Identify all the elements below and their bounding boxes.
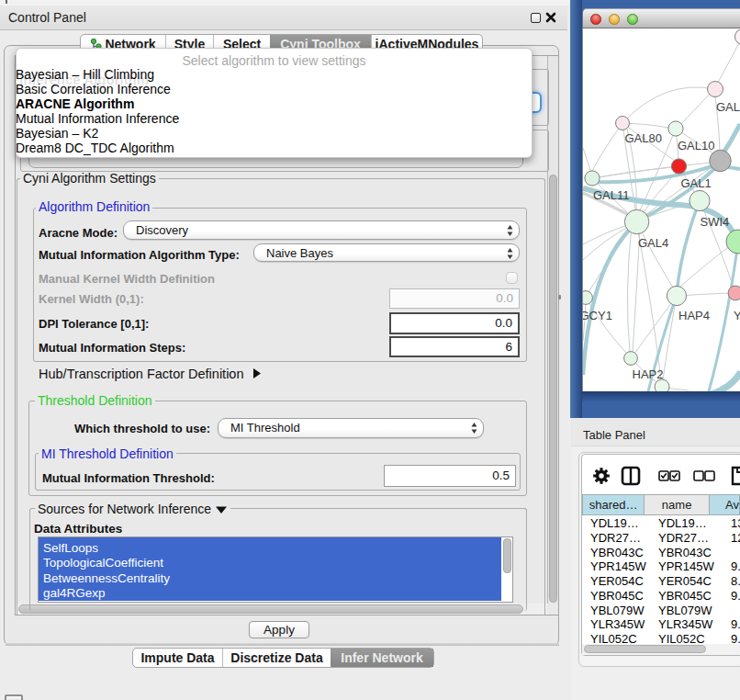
svg-text:GAL7: GAL7 (716, 100, 740, 114)
svg-text:YP: YP (734, 309, 740, 322)
svg-text:GAL10: GAL10 (678, 139, 714, 152)
svg-text:GCY1: GCY1 (583, 309, 612, 322)
svg-text:HAP4: HAP4 (678, 309, 710, 322)
svg-text:GAL1: GAL1 (681, 176, 712, 190)
svg-text:GAL11: GAL11 (593, 188, 630, 202)
svg-text:GAL80: GAL80 (625, 131, 662, 145)
svg-text:SWI4: SWI4 (701, 215, 730, 229)
svg-text:HAP2: HAP2 (633, 367, 664, 381)
svg-text:GAL4: GAL4 (638, 236, 668, 250)
